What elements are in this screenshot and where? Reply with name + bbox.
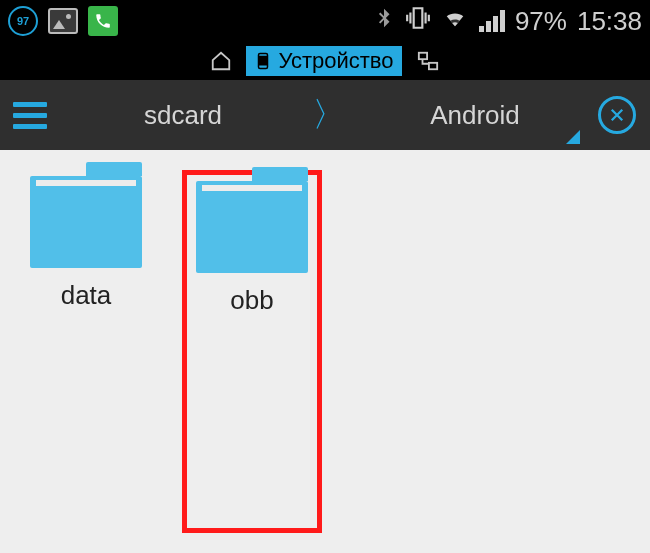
folder-label: data [61,280,112,311]
status-right-cluster: 97% 15:38 [373,5,642,38]
close-button[interactable] [598,96,636,134]
wifi-icon [441,6,469,37]
progress-ring-value: 97 [8,6,38,36]
phone-app-icon [88,6,118,36]
close-icon [608,106,626,124]
device-icon [254,49,272,73]
tab-network[interactable] [408,48,448,74]
folder-label: obb [230,285,273,316]
folder-grid: data obb [0,150,650,553]
folder-item-data[interactable]: data [16,170,156,533]
media-image-icon [48,6,78,36]
hamburger-menu-button[interactable] [0,102,60,129]
progress-ring-icon: 97 [8,6,38,36]
path-toolbar: sdcard 〉 Android [0,80,650,150]
status-left-cluster: 97 [8,6,118,36]
bluetooth-icon [373,5,395,38]
svg-rect-2 [418,53,426,59]
battery-text: 97% [515,6,567,37]
android-status-bar: 97 97% 15:38 [0,0,650,42]
tab-device[interactable]: Устройство [246,46,401,76]
cell-signal-icon [479,10,505,32]
breadcrumb-parent[interactable]: sdcard [60,100,306,131]
clock-text: 15:38 [577,6,642,37]
tab-home[interactable] [202,48,240,74]
breadcrumb-separator-icon: 〉 [306,92,352,138]
vibrate-icon [405,5,431,38]
dropdown-triangle-icon[interactable] [566,130,580,144]
folder-icon [30,176,142,268]
location-tabs: Устройство [0,42,650,80]
svg-rect-1 [259,56,268,66]
svg-rect-3 [428,63,436,69]
folder-item-obb[interactable]: obb [182,170,322,533]
tab-device-label: Устройство [278,48,393,74]
breadcrumb-current[interactable]: Android [352,100,598,131]
folder-icon [196,181,308,273]
